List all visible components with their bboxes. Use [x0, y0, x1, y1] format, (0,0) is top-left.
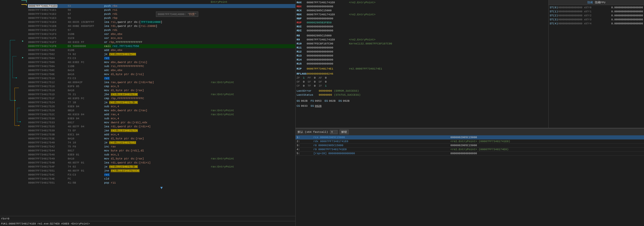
table-row[interactable]: 00007FF73481741E4 48:8D35 15CBFFFF lea r…	[28, 20, 295, 24]
comment-cell	[209, 12, 295, 16]
bytes-cell: 48:83CD FF	[67, 40, 103, 44]
callstack-row-2[interactable]: 2: rdx 00007FF73481741E0 <re2.EntryPoint…	[296, 139, 644, 143]
reg-name-r13: R13	[297, 54, 305, 57]
addr-cell: 00007FF734817549	[28, 157, 67, 161]
table-row[interactable]: 00007FF734817526 83E9 04 sub ecx,4	[28, 104, 295, 108]
table-row[interactable]: 00007FF734817540 74 10 je re2.7FF7348175…	[28, 141, 295, 145]
table-row[interactable]: 00007FF734817533 8917 mov dword ptr ds:[…	[28, 121, 295, 125]
addr-cell: 00007FF734817504	[28, 56, 67, 60]
comment-cell	[209, 161, 295, 165]
fpu-hide-button[interactable]: 隐藏	[587, 1, 593, 4]
addr-cell: 00007FF734817542	[28, 145, 67, 149]
table-row[interactable]: 00007FF73481754E FC cld	[28, 177, 295, 181]
disasm-cell: ret	[103, 173, 209, 177]
table-row[interactable]: 00007FF734817549 8A10 mov dl,byte ptr ds…	[28, 157, 295, 161]
disasm-cell: mov dl,byte ptr ds:[rsi]	[103, 72, 209, 76]
table-row[interactable]: 00007FF73481741EB 48:8DBE 00D0FDFF lea r…	[28, 24, 295, 28]
table-row[interactable]: 00007FF734817535 48:8D7F 04 lea rdi,qwor…	[28, 125, 295, 129]
table-row[interactable]: 00007FF73481751D 76 21 jbe re2.7FF734817…	[28, 92, 295, 96]
table-row[interactable]: 00007FF734817539 73 EF jae re2.7FF734817…	[28, 129, 295, 133]
comment-cell	[209, 36, 295, 40]
addr-cell: 00007FF73481741E2	[28, 12, 67, 16]
fpu-panel: 隐藏 隐藏FPU ST(0) 0000000000000000 x87r0 0.…	[548, 0, 644, 128]
disasm-info-bar: rbx=0	[0, 216, 295, 221]
table-row[interactable]: 00007FF73481754F 74 02 je re2.7FF7348175…	[28, 165, 295, 169]
comment-cell: rax:EntryPoint	[209, 92, 295, 96]
bytes-cell: F3:C3	[67, 173, 103, 177]
callstack-row-5[interactable]: 5: [rsp+28] 0000000000000000 00000000000…	[296, 151, 644, 155]
table-row[interactable]: 00007FF73481753B 83C1 04 add ecx,4	[28, 133, 295, 137]
addr-cell: 00007FF73481750E	[28, 72, 67, 76]
cs-num: 3:	[296, 143, 312, 147]
disasm-content[interactable]: ▶ ▶ EntryPoint	[0, 0, 295, 216]
table-row[interactable]: 00007FF734817516 83F9 05 cmp ecx,5	[28, 84, 295, 88]
cc-label: 默认 (x64 fastcall)	[298, 130, 328, 134]
reg-comment-rip: re2.00007FF7348174E1	[349, 67, 382, 70]
fpu-header: 隐藏 隐藏FPU	[549, 0, 644, 5]
rbx-status: rbx=0	[1, 217, 9, 220]
main-container: ▶ ▶ EntryPoint	[0, 0, 644, 226]
addr-cell: 00007FF73481753B	[28, 133, 67, 137]
disasm-cell: cmp ecx,5	[103, 84, 209, 88]
table-row[interactable]: 00007FF73481741E0 53 push rbx	[28, 4, 295, 8]
bytes-cell: 8A10	[67, 88, 103, 92]
table-row[interactable]: 00007FF73481741F5 31C9 xor ecx,ecx	[28, 36, 295, 40]
disasm-cell: lea rsi,qword ptr ds:[7FF734814000]	[103, 20, 209, 24]
fpu-reg-row-st3: ST(3) 0000000000000000 x87r3 0.000000000…	[550, 18, 643, 22]
callstack-row-1[interactable]: 1: rcx 000002905C15000 0000002905C15000	[296, 135, 644, 139]
disasm-cell: mov dl,byte ptr ds:[rax]	[103, 88, 209, 92]
callstack-row-3[interactable]: 3: r8 000002905C15000 0000002905C15000	[296, 143, 644, 147]
table-row[interactable]: 00007FF73481741F3 31DB xor ebx,ebx	[28, 32, 295, 36]
table-row[interactable]: 00007FF734817510 F3:C3 ret	[28, 76, 295, 80]
table-row[interactable]: 00007FF73481751F 48:83FD FC cmp rbp,FFFF…	[28, 96, 295, 100]
cc-count-input[interactable]	[330, 130, 338, 134]
disasm-cell: mov dl,byte ptr ds:[rax]	[103, 157, 209, 161]
svg-marker-20	[19, 121, 21, 122]
table-row[interactable]: 00007FF734817544 8817 mov byte ptr ds:[r…	[28, 149, 295, 153]
addr-cell: 00007FF734817512	[28, 80, 67, 84]
table-row[interactable]: 00007FF734817546 83E9 01 sub ecx,1	[28, 153, 295, 157]
table-row[interactable]: 00007FF734817551 48:8D7F 01 jne re2.7FF7…	[28, 169, 295, 173]
table-row[interactable]: 00007FF734817529 8B10 mov edx,dword ptr …	[28, 108, 295, 112]
addr-cell: 00007FF73481754C	[28, 173, 67, 177]
bytes-cell: 55	[67, 16, 103, 20]
addr-cell: 00007FF73481753E	[28, 137, 67, 141]
table-row[interactable]: 00007FF73481754C F3:C3 ret	[28, 173, 295, 177]
table-row[interactable]: 00007FF734817512 48:8D042F lea rax,qword…	[28, 80, 295, 84]
table-row[interactable]: 00007FF73481752C 48:83C0 04 add rax,4 ra…	[28, 112, 295, 117]
callstack-row-4[interactable]: 4: r9 00007FF73481741E0 <re2.EntryPoint>…	[296, 147, 644, 151]
bytes-cell: 57	[67, 12, 103, 16]
table-row[interactable]: 00007FF73481741FB E8 50000000 call re2.7…	[28, 44, 295, 48]
table-row[interactable]: 00007FF73481741F7 48:83CD FF or rbp,FFFF…	[28, 40, 295, 44]
scroll-indicator[interactable]: ▼	[28, 185, 295, 191]
reg-comment-r9: <re2.EntryPoint>	[349, 38, 376, 41]
table-row[interactable]: 00007FF73481741F2 57 push rdi	[28, 28, 295, 32]
disasm-cell: mov edx,dword ptr ds:[rax]	[103, 108, 209, 112]
table-row[interactable]: 00007FF73481750C 8A16 adc ebx,ebx	[28, 68, 295, 72]
table-row[interactable]: 00007FF734817504 F3:C3 ret	[28, 56, 295, 60]
table-row[interactable]: 00007FF734817500 01DB add ebx,ebx	[28, 48, 295, 52]
table-row[interactable]: 00007FF734817551 41:5B pop r11	[28, 181, 295, 185]
table-row[interactable]: EntryPoint	[28, 0, 295, 4]
table-row[interactable]: 00007FF734817530 83E9 04 sub ecx,4	[28, 117, 295, 121]
table-row[interactable]: 00007FF73481750E 8A16 mov dl,byte ptr ds…	[28, 72, 295, 76]
disasm-cell: jae re2.7FF73481752A	[103, 129, 209, 133]
comment-cell	[209, 141, 295, 145]
table-row[interactable]: 00007FF73481750A 11DB sub rsi,FFFFFFFFFF…	[28, 64, 295, 68]
table-row[interactable]: 00007FF734817519 8A10 mov dl,byte ptr ds…	[28, 88, 295, 92]
table-row[interactable]: 00007FF73481753E 8A10 mov dl,byte ptr ds…	[28, 137, 295, 141]
addr-cell: 00007FF734817551	[28, 169, 67, 173]
bytes-cell: 48:83C0 04	[67, 112, 103, 117]
comment-cell	[209, 153, 295, 157]
addr-cell: 00007FF73481741F5	[28, 36, 67, 40]
addr-cell: 00007FF73481752C	[28, 112, 67, 117]
table-row[interactable]: 00007FF734817542 75 F0 inc rax	[28, 145, 295, 149]
reg-name-rsp: RSP	[297, 21, 305, 24]
table-row[interactable]: 00007FF734817502 74 02 je re2.7FF7348175…	[28, 52, 295, 56]
table-row[interactable]: 00007FF734817524 77 1B ja re2.7FF7348175…	[28, 100, 295, 104]
reg-value-rbp: 0000000000000000	[307, 17, 347, 20]
addr-cell: 00007FF734817530	[28, 117, 67, 121]
table-row[interactable]: 00007FF734817506 48:83EE FC mov ebx,dwor…	[28, 60, 295, 64]
unlock-button[interactable]: 解锁	[340, 130, 349, 134]
table-row[interactable]: 00007FF73481754B 48:8D7F 01 lea rdi,qwor…	[28, 161, 295, 165]
